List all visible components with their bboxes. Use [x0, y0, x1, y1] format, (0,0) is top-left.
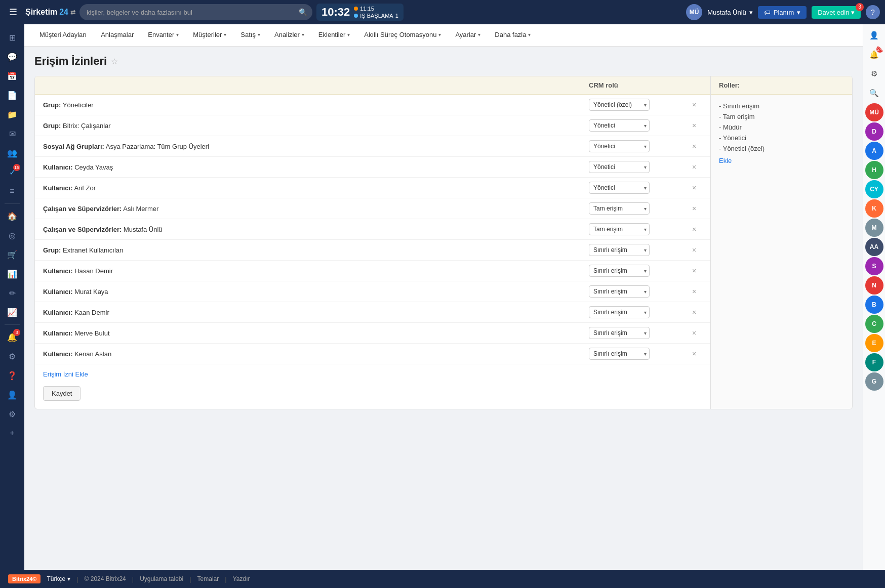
remove-btn-6[interactable]: ×: [690, 224, 702, 234]
role-select-1[interactable]: Yönetici (özel) Yönetici Tam erişim Sını…: [589, 119, 650, 132]
help-button[interactable]: ?: [866, 5, 880, 19]
user-avatar[interactable]: MÜ: [686, 4, 702, 20]
sidebar-icon-help[interactable]: ❓: [3, 366, 21, 385]
right-avatar-1[interactable]: MÜ: [865, 103, 883, 121]
nav-ayarlar[interactable]: Ayarlar ▾: [448, 24, 488, 47]
right-avatar-2[interactable]: D: [865, 122, 883, 141]
right-avatar-8[interactable]: AA: [865, 238, 883, 256]
nav-daha-fazla[interactable]: Daha fazla ▾: [488, 24, 538, 47]
brand-switch-icon[interactable]: ⇄: [70, 9, 75, 16]
role-select-11[interactable]: Yönetici (özel) Yönetici Tam erişim Sını…: [589, 327, 650, 339]
remove-btn-4[interactable]: ×: [690, 183, 702, 193]
remove-btn-10[interactable]: ×: [690, 307, 702, 317]
role-select-3[interactable]: Yönetici (özel) Yönetici Tam erişim Sını…: [589, 161, 650, 173]
role-select-7[interactable]: Yönetici (özel) Yönetici Tam erişim Sını…: [589, 244, 650, 256]
role-select-10[interactable]: Yönetici (özel) Yönetici Tam erişim Sını…: [589, 306, 650, 318]
role-select-12[interactable]: Yönetici (özel) Yönetici Tam erişim Sını…: [589, 348, 650, 360]
sidebar-icon-profile[interactable]: 👤: [3, 386, 21, 404]
remove-btn-8[interactable]: ×: [690, 266, 702, 276]
nav-akilli-surec[interactable]: Akıllı Süreç Otomasyonu ▾: [357, 24, 448, 47]
right-icon-person[interactable]: 👤: [865, 26, 883, 45]
sidebar-icon-crm[interactable]: ≡: [3, 182, 21, 200]
nav-eklentiler[interactable]: Eklentiler ▾: [311, 24, 357, 47]
sidebar-icon-mail[interactable]: ✉: [3, 124, 21, 143]
right-avatar-4[interactable]: H: [865, 161, 883, 179]
sidebar-icon-notifications[interactable]: 🔔 3: [3, 328, 21, 346]
role-select-5[interactable]: Yönetici (özel) Yönetici Tam erişim Sını…: [589, 202, 650, 215]
right-avatar-6[interactable]: K: [865, 199, 883, 218]
nav-musteriler[interactable]: Müşteriler ▾: [186, 24, 233, 47]
role-select-9[interactable]: Yönetici (özel) Yönetici Tam erişim Sını…: [589, 285, 650, 298]
role-select-2[interactable]: Yönetici (özel) Yönetici Tam erişim Sını…: [589, 140, 650, 152]
right-avatar-10[interactable]: N: [865, 276, 883, 295]
remove-btn-11[interactable]: ×: [690, 328, 702, 338]
sidebar-icon-add[interactable]: +: [3, 424, 21, 442]
role-select-0[interactable]: Yönetici (özel) Yönetici Tam erişim Sını…: [589, 99, 650, 111]
role-select-8[interactable]: Yönetici (özel) Yönetici Tam erişim Sını…: [589, 265, 650, 277]
right-icon-bell[interactable]: 🔔 24: [865, 46, 883, 64]
right-icon-search[interactable]: 🔍: [865, 84, 883, 102]
role-delete-btn-4[interactable]: ×: [840, 145, 844, 152]
invite-button[interactable]: Davet edin ▾ 3: [812, 6, 861, 19]
role-edit-btn-3[interactable]: ✏: [833, 135, 838, 142]
right-avatar-12[interactable]: C: [865, 315, 883, 333]
remove-btn-0[interactable]: ×: [690, 100, 702, 110]
right-avatar-11[interactable]: B: [865, 296, 883, 314]
favorite-star-icon[interactable]: ☆: [111, 57, 118, 66]
sidebar-icon-target[interactable]: ◎: [3, 226, 21, 244]
sidebar-icon-settings[interactable]: ⚙: [3, 347, 21, 365]
sidebar-icon-reports[interactable]: 📊: [3, 265, 21, 283]
right-avatar-5[interactable]: CY: [865, 180, 883, 198]
role-edit-btn-1[interactable]: ✏: [833, 113, 838, 120]
sidebar-icon-contacts[interactable]: 👥: [3, 144, 21, 162]
role-delete-btn-0[interactable]: ×: [840, 103, 844, 110]
remove-btn-7[interactable]: ×: [690, 245, 702, 255]
sidebar-icon-home[interactable]: ⊞: [3, 28, 21, 47]
right-avatar-15[interactable]: G: [865, 372, 883, 391]
nav-envanter[interactable]: Envanter ▾: [141, 24, 186, 47]
sidebar-icon-chat[interactable]: 💬: [3, 48, 21, 66]
remove-btn-2[interactable]: ×: [690, 141, 702, 151]
remove-btn-1[interactable]: ×: [690, 120, 702, 131]
role-edit-btn-0[interactable]: ✏: [833, 103, 838, 110]
right-avatar-14[interactable]: F: [865, 353, 883, 371]
sidebar-icon-calendar[interactable]: 📅: [3, 67, 21, 85]
sidebar-icon-document[interactable]: 📄: [3, 86, 21, 104]
nav-analizler[interactable]: Analizler ▾: [267, 24, 311, 47]
role-delete-btn-1[interactable]: ×: [840, 113, 844, 120]
remove-btn-12[interactable]: ×: [690, 349, 702, 359]
right-avatar-13[interactable]: E: [865, 334, 883, 352]
role-delete-btn-3[interactable]: ×: [840, 135, 844, 142]
sidebar-icon-edit[interactable]: ✏: [3, 284, 21, 302]
remove-btn-5[interactable]: ×: [690, 203, 702, 214]
right-icon-settings[interactable]: ⚙: [865, 65, 883, 83]
sidebar-icon-tasks[interactable]: ✓ 15: [3, 163, 21, 181]
right-avatar-7[interactable]: M: [865, 219, 883, 237]
add-access-link[interactable]: Erişim İzni Ekle: [43, 370, 88, 378]
right-avatar-3[interactable]: A: [865, 142, 883, 160]
role-edit-btn-4[interactable]: ✏: [833, 145, 838, 152]
remove-btn-3[interactable]: ×: [690, 162, 702, 172]
search-input[interactable]: [79, 4, 312, 20]
sidebar-icon-company[interactable]: 🏠: [3, 207, 21, 225]
nav-musteri-adaylari[interactable]: Müşteri Adayları: [32, 24, 94, 47]
sidebar-icon-files[interactable]: 📁: [3, 105, 21, 123]
contacts-icon: 👥: [7, 148, 17, 158]
sidebar-icon-gear[interactable]: ⚙: [3, 405, 21, 423]
sidebar-icon-analytics[interactable]: 📈: [3, 303, 21, 321]
plan-button[interactable]: 🏷 Planım ▾: [758, 6, 807, 19]
right-avatar-9[interactable]: S: [865, 257, 883, 275]
hamburger-button[interactable]: ☰: [5, 5, 21, 20]
role-delete-btn-2[interactable]: ×: [840, 124, 844, 131]
search-icon[interactable]: 🔍: [299, 8, 307, 16]
role-add-link[interactable]: Ekle: [719, 157, 732, 164]
role-select-6[interactable]: Yönetici (özel) Yönetici Tam erişim Sını…: [589, 223, 650, 235]
nav-satis[interactable]: Satış ▾: [233, 24, 267, 47]
nav-anlashmalar[interactable]: Anlaşmalar: [94, 24, 141, 47]
save-button[interactable]: Kaydet: [43, 386, 81, 401]
user-info[interactable]: Mustafa Ünlü ▾: [707, 9, 753, 16]
remove-btn-9[interactable]: ×: [690, 286, 702, 297]
role-edit-btn-2[interactable]: ✏: [833, 124, 838, 131]
role-select-4[interactable]: Yönetici (özel) Yönetici Tam erişim Sını…: [589, 182, 650, 194]
sidebar-icon-store[interactable]: 🛒: [3, 245, 21, 264]
